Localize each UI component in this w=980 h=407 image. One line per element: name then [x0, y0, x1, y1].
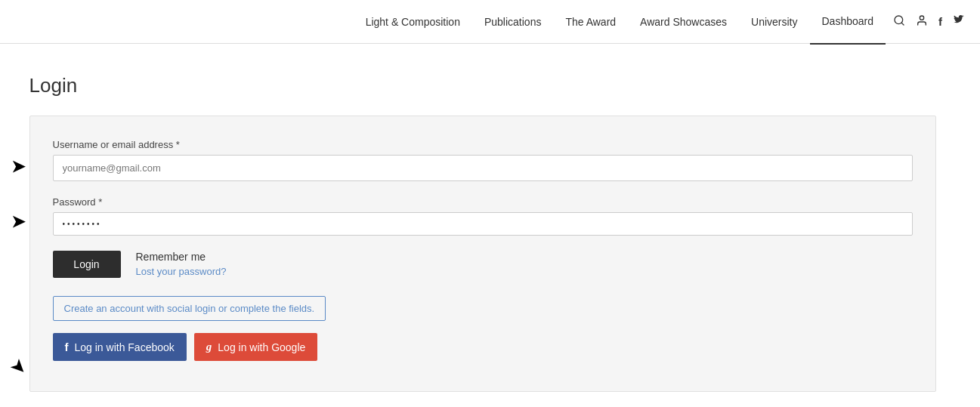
facebook-icon[interactable]: f: [938, 15, 942, 28]
nav-link-dashboard[interactable]: Dashboard: [810, 0, 886, 45]
facebook-btn-icon: f: [65, 341, 69, 353]
login-actions-row: Login Remember me Lost your password?: [53, 251, 913, 278]
arrow-indicator-mid: ➤: [11, 212, 25, 232]
social-buttons: f Log in with Facebook g Log in with Goo…: [53, 333, 913, 361]
page-title: Login: [29, 74, 951, 97]
svg-line-1: [901, 23, 904, 25]
username-input[interactable]: [53, 155, 913, 181]
username-label: Username or email address *: [53, 139, 913, 150]
nav-icons: f: [893, 14, 965, 29]
nav-links: Light & Composition Publications The Awa…: [354, 0, 886, 45]
password-field-group: Password *: [53, 196, 913, 236]
social-notice: Create an account with social login or c…: [53, 296, 326, 321]
navbar: Light & Composition Publications The Awa…: [0, 0, 980, 44]
google-btn-icon: g: [206, 341, 212, 353]
facebook-login-button[interactable]: f Log in with Facebook: [53, 333, 187, 361]
nav-link-award-showcases[interactable]: Award Showcases: [628, 0, 739, 44]
nav-link-publications[interactable]: Publications: [472, 0, 554, 44]
google-login-button[interactable]: g Log in with Google: [194, 333, 317, 361]
nav-link-the-award[interactable]: The Award: [553, 0, 628, 44]
lost-password-link[interactable]: Lost your password?: [136, 266, 227, 277]
search-icon[interactable]: [893, 14, 905, 29]
twitter-icon[interactable]: [953, 15, 965, 29]
remember-group: Remember me Lost your password?: [136, 251, 227, 277]
remember-me-label: Remember me: [136, 251, 227, 263]
arrow-indicator-top: ➤: [11, 157, 25, 177]
password-label: Password *: [53, 196, 913, 208]
arrow-indicator-bottom: ➤: [6, 355, 29, 378]
svg-point-2: [920, 16, 923, 20]
nav-link-university[interactable]: University: [739, 0, 809, 44]
main-content: Login ➤ ➤ ➤ Username or email address * …: [14, 44, 966, 407]
login-button[interactable]: Login: [53, 251, 121, 278]
nav-link-light-composition[interactable]: Light & Composition: [354, 0, 472, 44]
google-btn-label: Log in with Google: [218, 341, 305, 353]
password-input[interactable]: [53, 212, 913, 236]
username-field-group: Username or email address *: [53, 139, 913, 181]
facebook-btn-label: Log in with Facebook: [75, 341, 175, 353]
login-form-container: Username or email address * Password * L…: [29, 116, 936, 392]
user-icon[interactable]: [916, 14, 928, 29]
